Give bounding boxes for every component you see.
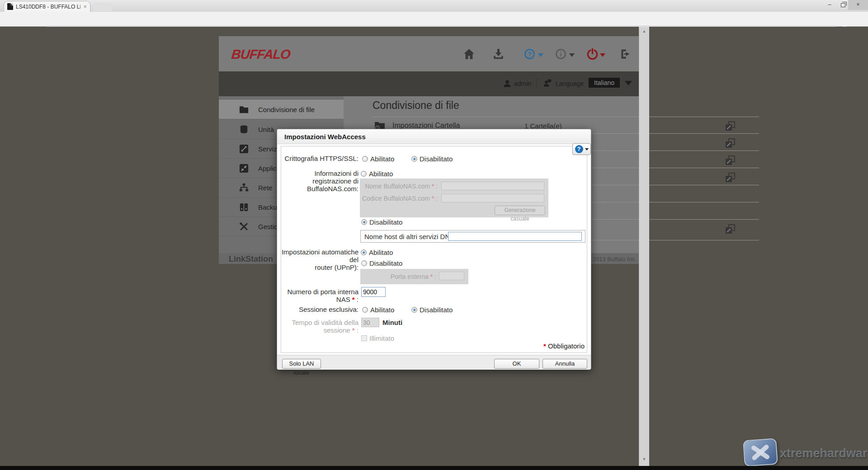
upnp-enabled-label[interactable]: Abilitato — [369, 249, 393, 256]
dialog-title[interactable]: Impostazioni WebAccess — [277, 129, 591, 144]
window-close-button[interactable]: × — [848, 0, 868, 10]
sidebar-item-label: Servizi — [258, 145, 278, 153]
sidebar-item-label: Condivisione di file — [258, 106, 315, 113]
https-disabled-label[interactable]: Disabilitato — [420, 155, 453, 163]
browser-toolbar: ← → ⟳ 192.168.0.104/detail.html#share ☆ — [0, 12, 868, 27]
buffalonas-disabled-label[interactable]: Disabilitato — [369, 218, 402, 226]
divider — [373, 117, 759, 117]
upnp-enabled-radio[interactable] — [361, 249, 367, 255]
tab-close-icon[interactable]: × — [83, 4, 87, 9]
username-label[interactable]: admin — [514, 80, 531, 87]
xtremehardware-logo — [743, 438, 778, 466]
dialog-help-button[interactable]: ? — [572, 143, 591, 155]
internal-port-input[interactable] — [361, 287, 386, 297]
https-enabled-label[interactable]: Abilitato — [370, 155, 394, 163]
page-scrollbar[interactable]: ▲ ▼ — [639, 27, 649, 466]
dns-hostname-panel: Nome host di altri servizi DNS * : — [360, 230, 585, 243]
restore-icon — [841, 3, 845, 7]
tab-title: LS410DDF8 - BUFFALO Lin — [16, 4, 80, 10]
ok-button[interactable]: OK — [494, 359, 539, 369]
buffalonas-enabled-radio[interactable] — [361, 171, 367, 177]
network-icon — [239, 183, 249, 193]
session-enabled-label[interactable]: Abilitato — [370, 306, 394, 314]
language-value[interactable]: Italiano — [589, 78, 620, 88]
power-icon[interactable] — [586, 48, 599, 60]
home-icon[interactable] — [463, 48, 475, 60]
language-caret-icon[interactable] — [625, 81, 632, 85]
open-external-icon[interactable] — [725, 172, 736, 183]
drive-icon — [239, 124, 249, 135]
session-disabled-radio[interactable] — [411, 307, 417, 313]
buffalonas-disabled-radio[interactable] — [361, 219, 367, 225]
tab-favicon — [7, 3, 13, 10]
buffalonas-enabled-label[interactable]: Abilitato — [369, 170, 393, 178]
help-icon[interactable]: ? — [524, 49, 535, 59]
buffalo-logo: BUFFALO — [231, 47, 291, 62]
scroll-down-icon[interactable]: ▼ — [639, 457, 649, 461]
external-port-input[interactable] — [439, 272, 464, 280]
exclusive-session-label: Sessione esclusiva: — [281, 306, 359, 313]
power-caret-icon[interactable] — [600, 53, 605, 57]
tools-icon — [239, 221, 249, 232]
buffalonas-name-label: Nome BuffaloNAS.com * : — [362, 183, 438, 190]
info-caret-icon[interactable] — [569, 53, 575, 57]
buffalonas-disabled-panel: Nome BuffaloNAS.com * : Codice BuffaloNA… — [360, 179, 548, 217]
open-external-icon[interactable] — [725, 224, 736, 235]
watermark-text: xtremehardware.com — [780, 446, 868, 461]
help-icon: ? — [575, 145, 583, 153]
new-tab-button[interactable] — [93, 3, 113, 11]
user-icon — [503, 79, 512, 88]
external-port-label: Porta esterna * : — [362, 273, 436, 280]
https-disabled-radio[interactable] — [411, 156, 417, 162]
window-minimize-button[interactable]: – — [823, 0, 836, 10]
cancel-button[interactable]: Annulla — [542, 359, 587, 369]
logout-icon[interactable] — [619, 48, 632, 60]
help-caret-icon[interactable] — [538, 53, 543, 57]
buffalonas-code-label: Codice BuffaloNAS.com * : — [362, 195, 438, 202]
chevron-down-icon — [585, 148, 589, 150]
sidebar-item-condivisione[interactable]: Condivisione di file — [219, 100, 344, 119]
lan-only-button[interactable]: Solo LAN locale — [282, 359, 321, 369]
dialog-footer: Solo LAN locale OK Annulla — [277, 355, 591, 370]
user-language-bar: admin Language Italiano — [219, 71, 642, 96]
minutes-unit-label: Minuti — [382, 319, 402, 326]
language-icon — [543, 79, 552, 88]
validity-time-label: Tempo di validità della sessione * : — [281, 319, 359, 334]
session-disabled-label[interactable]: Disabilitato — [420, 306, 453, 314]
browser-tab[interactable]: LS410DDF8 - BUFFALO Lin × — [4, 1, 90, 12]
nas-header: BUFFALO ? i — [219, 36, 642, 71]
info-icon[interactable]: i — [556, 49, 566, 59]
screen: { "browser": { "tab": { "title": "LS410D… — [0, 0, 868, 470]
buffalonas-name-input[interactable] — [441, 182, 544, 190]
webaccess-settings-dialog: Impostazioni WebAccess ? Crittografia HT… — [277, 129, 591, 370]
sidebar-item-label: Unità — [258, 126, 274, 133]
services-icon — [239, 144, 249, 154]
buffalonas-label: Informazioni di registrazione di Buffalo… — [281, 169, 359, 193]
buffalonas-code-input[interactable] — [441, 194, 544, 202]
generate-random-button[interactable]: Generazione casuale — [495, 206, 545, 215]
upnp-label: Impostazioni automatiche del router (UPn… — [281, 248, 359, 271]
unlimited-checkbox[interactable] — [361, 335, 367, 341]
sidebar-item-label: Rete — [258, 184, 273, 192]
linkstation-logo: LinkStation — [229, 254, 273, 264]
open-external-icon[interactable] — [725, 138, 736, 149]
https-ssl-label: Crittografia HTTPS/SSL: — [281, 155, 359, 162]
validity-minutes-input[interactable] — [361, 318, 379, 327]
folder-icon — [239, 104, 249, 115]
open-external-icon[interactable] — [725, 155, 736, 166]
external-port-panel: Porta esterna * : — [360, 269, 468, 284]
upnp-disabled-radio[interactable] — [361, 260, 367, 266]
bottom-black-bar — [0, 466, 868, 470]
page-title: Condivisione di file — [373, 99, 459, 112]
page-viewport: BUFFALO ? i admin — [0, 27, 868, 466]
https-enabled-radio[interactable] — [362, 156, 368, 162]
open-external-icon[interactable] — [725, 121, 736, 132]
dns-hostname-input[interactable] — [448, 232, 582, 241]
download-icon[interactable] — [492, 48, 505, 60]
scroll-up-icon[interactable]: ▲ — [639, 29, 649, 33]
required-note: * Obbligatorio — [543, 342, 585, 350]
internal-port-label: Numero di porta interna NAS * : — [281, 288, 359, 303]
session-enabled-radio[interactable] — [362, 307, 368, 313]
upnp-disabled-label[interactable]: Disabilitato — [369, 259, 402, 267]
divider — [537, 79, 537, 89]
